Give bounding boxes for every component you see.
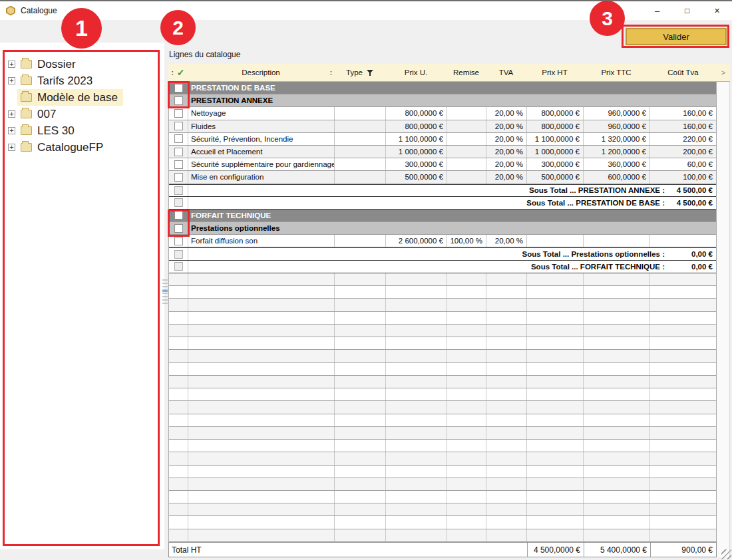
- empty-cell: [584, 376, 650, 388]
- column-header-prix-u[interactable]: Prix U.: [385, 64, 447, 81]
- table-row-item[interactable]: Mise en configuration500,0000 €20,00 %50…: [169, 171, 716, 184]
- subtotal-label: Sous Total ... Prestations optionnelles …: [522, 250, 665, 258]
- empty-cell: [386, 388, 447, 400]
- item-type: [335, 120, 386, 132]
- empty-cell: [188, 350, 335, 362]
- empty-cell: [169, 516, 188, 528]
- empty-cell: [650, 325, 716, 337]
- empty-cell: [650, 299, 716, 311]
- row-checkbox[interactable]: [174, 250, 183, 259]
- column-header-select[interactable]: : ✓: [168, 64, 188, 81]
- item-tva: 20,00 %: [486, 146, 527, 158]
- item-remise: [447, 171, 486, 183]
- row-checkbox[interactable]: [174, 122, 183, 130]
- column-header-prix-ttc[interactable]: Prix TTC: [583, 64, 649, 81]
- empty-cell: [447, 286, 486, 298]
- window-resize-grip[interactable]: [721, 549, 731, 559]
- table-row-empty: [169, 325, 716, 337]
- table-row-section[interactable]: PRESTATION ANNEXE: [169, 94, 716, 107]
- column-header-description[interactable]: Description :: [188, 64, 334, 81]
- column-header-cout-tva[interactable]: Coût Tva: [649, 64, 717, 81]
- table-row-empty: [169, 452, 716, 465]
- column-header-tva[interactable]: TVA: [486, 64, 526, 81]
- item-cout-tva: [650, 235, 716, 247]
- empty-cell: [486, 516, 527, 528]
- item-remise: [447, 133, 486, 145]
- annotation-badge-3: 3: [590, 1, 625, 36]
- empty-cell: [447, 529, 486, 541]
- row-checkbox[interactable]: [174, 160, 183, 169]
- maximize-button[interactable]: □: [672, 1, 702, 20]
- row-checkbox[interactable]: [174, 237, 183, 245]
- row-checkbox[interactable]: [174, 262, 183, 271]
- table-right-filler: >: [717, 64, 730, 557]
- empty-cell: [188, 376, 335, 388]
- empty-cell: [335, 325, 386, 337]
- row-checkbox[interactable]: [174, 109, 183, 118]
- table-footer-row: Total HT 4 500,0000 € 5 400,0000 € 900,0…: [168, 542, 717, 557]
- empty-cell: [584, 452, 650, 464]
- table-row-empty: [169, 478, 716, 491]
- empty-cell: [335, 376, 386, 388]
- item-prix-ht: [527, 235, 584, 247]
- table-row-subtotal[interactable]: Sous Total ... FORFAIT TECHNIQUE :0,00 €: [169, 261, 716, 273]
- item-tva: 20,00 %: [486, 171, 527, 183]
- row-checkbox[interactable]: [174, 173, 183, 182]
- row-checkbox[interactable]: [174, 134, 183, 143]
- annotation-rect-tree: [3, 50, 160, 546]
- empty-cell: [335, 452, 386, 464]
- select-all-check-icon[interactable]: ✓: [177, 67, 185, 78]
- table-row-subtotal[interactable]: Sous Total ... PRESTATION ANNEXE :4 500,…: [169, 184, 716, 197]
- table-row-empty: [169, 337, 716, 350]
- filter-icon[interactable]: [367, 70, 373, 76]
- empty-cell: [527, 478, 584, 490]
- item-description: Accueil et Placement: [188, 146, 335, 158]
- column-header-label: Type: [346, 69, 363, 76]
- empty-cell: [486, 376, 527, 388]
- subtotal-value: 0,00 €: [665, 250, 713, 258]
- table-row-item[interactable]: Nettoyage800,0000 €20,00 %800,0000 €960,…: [169, 107, 716, 120]
- empty-cell: [650, 491, 716, 503]
- table-row-subtotal[interactable]: Sous Total ... Prestations optionnelles …: [169, 247, 716, 260]
- empty-cell: [169, 440, 188, 452]
- empty-cell: [335, 529, 386, 541]
- row-checkbox-cell: [169, 248, 188, 259]
- table-row-subtotal[interactable]: Sous Total ... PRESTATION DE BASE :4 500…: [169, 197, 716, 210]
- table-row-item[interactable]: Sécurité, Prévention, Incendie1 100,0000…: [169, 133, 716, 146]
- empty-cell: [386, 273, 447, 285]
- empty-cell: [584, 325, 650, 337]
- annotation-rect-section-checkboxes-1: [168, 81, 190, 108]
- table-row-section[interactable]: Prestations optionnelles: [169, 222, 716, 235]
- table-row-item[interactable]: Fluides800,0000 €20,00 %800,0000 €960,00…: [169, 120, 716, 133]
- table-row-empty: [169, 414, 716, 427]
- empty-cell: [527, 427, 584, 439]
- column-header-type[interactable]: Type: [334, 64, 385, 81]
- row-checkbox[interactable]: [174, 186, 183, 195]
- item-prix-ht: 500,0000 €: [527, 171, 584, 183]
- table-row-empty: [169, 388, 716, 401]
- total-ht-label: Total HT: [169, 545, 527, 555]
- close-button[interactable]: ×: [702, 1, 732, 20]
- table-row-section[interactable]: FORFAIT TECHNIQUE: [169, 210, 716, 222]
- table-row-section[interactable]: PRESTATION DE BASE: [169, 82, 716, 94]
- scroll-right-chevron-icon[interactable]: >: [717, 64, 730, 82]
- column-header-remise[interactable]: Remise: [447, 64, 486, 81]
- panel-splitter-handle[interactable]: [162, 279, 168, 305]
- empty-cell: [188, 388, 335, 400]
- row-checkbox[interactable]: [174, 198, 183, 207]
- empty-cell: [169, 466, 188, 478]
- table-row-item[interactable]: Sécurité supplémentaire pour gardiennage…: [169, 158, 716, 171]
- minimize-button[interactable]: –: [642, 1, 672, 20]
- column-header-prix-ht[interactable]: Prix HT: [526, 64, 583, 81]
- empty-cell: [486, 325, 527, 337]
- empty-cell: [527, 312, 584, 324]
- item-remise: [447, 120, 486, 132]
- table-row-item[interactable]: Forfait diffusion son2 600,0000 €100,00 …: [169, 235, 716, 247]
- row-checkbox[interactable]: [174, 148, 183, 156]
- item-tva: 20,00 %: [486, 133, 527, 145]
- table-row-item[interactable]: Accueil et Placement1 000,0000 €20,00 %1…: [169, 146, 716, 158]
- empty-cell: [386, 376, 447, 388]
- empty-cell: [584, 299, 650, 311]
- item-remise: [447, 146, 486, 158]
- item-type: [335, 107, 386, 119]
